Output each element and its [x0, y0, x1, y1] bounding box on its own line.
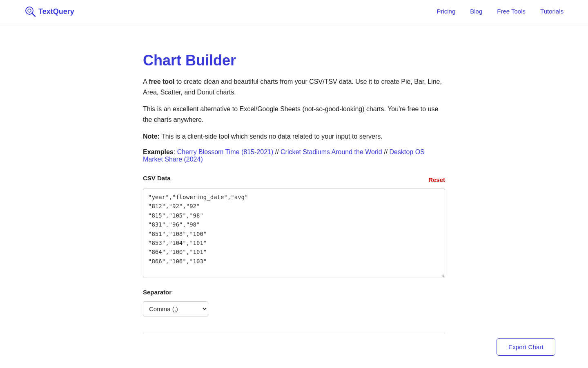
logo-text: TextQuery	[38, 7, 74, 16]
note-label: Note:	[143, 133, 160, 140]
description-block: A free tool to create clean and beautifu…	[143, 76, 445, 142]
desc1-suffix: to create clean and beautiful charts fro…	[143, 78, 442, 96]
export-container: Export Chart	[497, 338, 555, 356]
separator-select[interactable]: Comma (,) Tab (\t) Semicolon (;) Pipe (|…	[143, 301, 208, 316]
separator-section: Separator Comma (,) Tab (\t) Semicolon (…	[143, 289, 445, 316]
description-2: This is an excellent alternative to Exce…	[143, 104, 445, 126]
logo-icon	[24, 6, 36, 17]
example-cherry-blossom[interactable]: Cherry Blossom Time (815-2021)	[177, 148, 274, 155]
example-cricket-stadiums[interactable]: Cricket Stadiums Around the World	[281, 148, 382, 155]
svg-point-2	[28, 9, 31, 12]
note-text: This is a client-side tool which sends n…	[160, 133, 383, 140]
reset-button[interactable]: Reset	[428, 176, 445, 183]
logo-link[interactable]: TextQuery	[24, 6, 74, 17]
note-paragraph: Note: This is a client-side tool which s…	[143, 131, 445, 142]
nav-tutorials[interactable]: Tutorials	[540, 8, 564, 15]
examples-colon: :	[174, 148, 175, 155]
export-chart-button[interactable]: Export Chart	[497, 338, 555, 356]
divider	[143, 333, 445, 333]
nav-pricing[interactable]: Pricing	[437, 8, 455, 15]
nav-free-tools[interactable]: Free Tools	[497, 8, 526, 15]
csv-data-header: CSV Data Reset	[143, 175, 445, 185]
desc1-prefix: A	[143, 78, 149, 85]
nav-links: Pricing Blog Free Tools Tutorials	[437, 8, 564, 15]
navbar: TextQuery Pricing Blog Free Tools Tutori…	[0, 0, 588, 23]
svg-line-1	[32, 13, 35, 16]
nav-blog[interactable]: Blog	[470, 8, 482, 15]
desc1-bold: free tool	[149, 78, 174, 85]
page-title: Chart Builder	[143, 52, 445, 69]
csv-label: CSV Data	[143, 175, 171, 182]
examples-line: Examples: Cherry Blossom Time (815-2021)…	[143, 148, 445, 163]
examples-label: Examples	[143, 148, 174, 155]
csv-textarea[interactable]: "year","flowering_date","avg" "812","92"…	[143, 188, 445, 278]
separator-label: Separator	[143, 289, 445, 296]
description-1: A free tool to create clean and beautifu…	[143, 76, 445, 98]
main-content: Chart Builder A free tool to create clea…	[135, 52, 453, 368]
